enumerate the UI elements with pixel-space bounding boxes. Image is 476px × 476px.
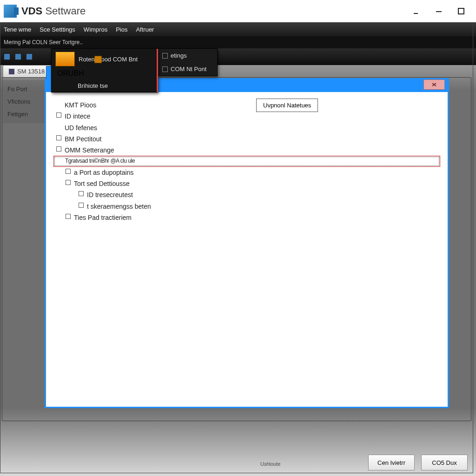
tab-icon (9, 69, 14, 74)
toolbar-icon[interactable] (26, 53, 33, 60)
menu-item[interactable]: Aftruer (136, 26, 154, 33)
tree-node-label: UD fefenes (65, 124, 97, 132)
svg-rect-2 (458, 8, 464, 14)
side-item[interactable]: Fo Port (3, 83, 45, 95)
dropdown-icon-label: ORUBH (57, 69, 84, 77)
tree-node[interactable]: UD fefenes (53, 122, 440, 133)
tree-node[interactable]: BM Pectitout (53, 133, 440, 145)
tree-node-label: t skeraemengss beten (87, 203, 151, 210)
dropdown-item[interactable]: Rotent cood COM Bnt (79, 53, 154, 66)
toolbar-icon[interactable] (15, 53, 21, 60)
tree-node-label: BM Pectitout (65, 135, 101, 143)
tree-node[interactable]: a Port as dupoptains (53, 167, 440, 178)
tree-node-label: Ties Pad tractieriem (74, 214, 132, 221)
checkbox-icon[interactable] (79, 191, 84, 196)
tree-node-label: ID intece (65, 112, 90, 120)
svg-rect-1 (436, 11, 442, 12)
window-restore-button[interactable] (428, 0, 450, 22)
app-title-strong: VDS (21, 5, 42, 17)
tree-node[interactable]: KMT Pioos (53, 99, 440, 111)
document-tab[interactable]: SM 13518 (3, 65, 51, 77)
tree-node[interactable]: t skeraemengss beten (53, 201, 440, 212)
dropdown-header: Rotent cood COM Bnt (52, 49, 158, 69)
tree-node[interactable]: Tort sed Dettiousse (53, 178, 440, 189)
submenu-item[interactable]: etings (158, 49, 217, 62)
dialog-footer: Cen Ivietrr CO5 Dux (368, 455, 468, 470)
dialog-body: Uvpnonl Natetues KMT PioosID inteceUD fe… (47, 93, 447, 406)
footer-hint: Ushloute (260, 461, 280, 467)
submenu-item[interactable]: COM Nt Pont (158, 62, 217, 76)
menu-item[interactable]: Sce Setttings (40, 26, 75, 33)
tree-node-label: ID tresecreutest (87, 191, 133, 198)
dropdown-item[interactable]: Brihiote tse (52, 79, 158, 92)
workspace: Tene wme Sce Setttings Wimpros Pios Aftr… (0, 22, 476, 476)
settings-tree: KMT PioosID inteceUD fefenesBM Pectitout… (53, 99, 440, 223)
svg-rect-0 (414, 13, 418, 14)
menu-bar: Tene wme Sce Setttings Wimpros Pios Aftr… (0, 22, 476, 36)
tree-node[interactable]: Tgratvsad tni©nBhr @A clu ule (53, 156, 440, 166)
tree-node[interactable]: Ties Pad tractieriem (53, 212, 440, 223)
window-minimize-button[interactable] (405, 0, 428, 22)
checkbox-icon[interactable] (56, 112, 61, 118)
tree-node-label: Tgratvsad tni©nBhr @A clu ule (65, 158, 135, 164)
tree-node-label: KMT Pioos (65, 101, 96, 109)
checkbox-icon[interactable] (56, 146, 61, 152)
menu-item[interactable]: Tene wme (4, 26, 31, 33)
menu-item[interactable]: Wimpros (84, 26, 107, 33)
settings-dropdown-menu: Rotent cood COM Bnt ORUBH Brihiote tse (51, 48, 158, 93)
sub-menu-text: Mering Pal COLN Seer Tortgre.. (4, 39, 83, 46)
tab-label: SM 13518 (17, 68, 45, 75)
tree-node-label: OMM Setterange (65, 146, 114, 154)
side-item[interactable]: Vfictions (3, 95, 45, 108)
tree-node[interactable]: ID tresecreutest (53, 189, 440, 200)
checkbox-icon[interactable] (66, 169, 71, 174)
menu-item[interactable]: Pios (116, 26, 127, 33)
app-logo-icon (4, 5, 17, 18)
submenu-icon (162, 66, 168, 72)
tree-node[interactable]: OMM Setterange (53, 145, 440, 156)
submenu-icon (162, 53, 168, 59)
checkbox-icon[interactable] (56, 135, 61, 140)
settings-submenu: etings COM Nt Pont (157, 48, 218, 76)
checkbox-icon[interactable] (79, 203, 84, 208)
tree-node-label: Tort sed Dettiousse (74, 180, 130, 187)
sub-menu-bar: Mering Pal COLN Seer Tortgre.. (0, 36, 476, 48)
checkbox-icon[interactable] (66, 180, 71, 185)
left-side-panel: Fo Port Vfictions Fettgen (3, 80, 45, 123)
toolbar-icon[interactable] (4, 53, 10, 60)
footer-button-1[interactable]: Cen Ivietrr (368, 455, 415, 470)
tree-node[interactable]: ID intece (53, 111, 440, 122)
settings-dialog: VCCOM Feteitnpes: COM andl Settl pprs Uv… (45, 78, 449, 408)
app-title-rest: Settware (45, 5, 86, 17)
footer-button-2[interactable]: CO5 Dux (421, 455, 468, 470)
side-item[interactable]: Fettgen (3, 108, 45, 120)
checkbox-icon[interactable] (66, 214, 71, 219)
device-icon (55, 52, 75, 66)
dialog-close-button[interactable] (423, 79, 445, 90)
app-title: VDS Settware (21, 5, 86, 17)
title-bar: VDS Settware (0, 0, 476, 22)
tab-strip: SM 13518 (3, 65, 51, 77)
tree-node-label: a Port as dupoptains (74, 169, 133, 176)
window-maximize-button[interactable] (450, 0, 472, 22)
